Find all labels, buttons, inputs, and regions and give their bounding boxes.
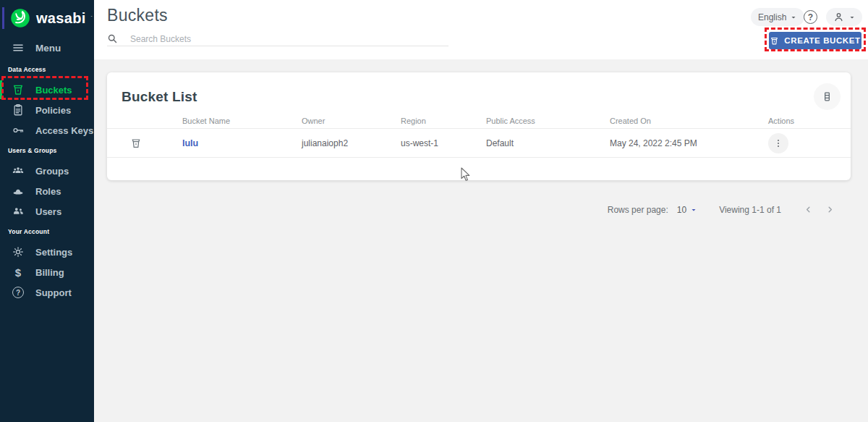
- create-bucket-button[interactable]: CREATE BUCKET: [769, 32, 861, 49]
- logo-caret-bar: [2, 7, 4, 29]
- next-page-button[interactable]: [822, 202, 838, 218]
- sidebar-item-label: Groups: [35, 166, 69, 177]
- bucket-list-card: Bucket List Bucket Name Owner Region Pub…: [107, 72, 851, 180]
- sidebar-item-label: Settings: [35, 247, 72, 258]
- column-header-created-on: Created On: [610, 117, 768, 125]
- sidebar-item-roles[interactable]: Roles: [0, 181, 94, 201]
- bucket-row-icon: [130, 138, 182, 149]
- table-footer: Rows per page: 10 Viewing 1-1 of 1: [107, 198, 851, 221]
- column-header-owner: Owner: [302, 117, 401, 125]
- sidebar-item-buckets[interactable]: Buckets: [0, 80, 94, 100]
- chevron-down-icon: [848, 14, 856, 21]
- wasabi-leaf-icon: [9, 7, 31, 29]
- wasabi-logo[interactable]: wasabi ´: [0, 0, 94, 36]
- sidebar-item-label: Access Keys: [35, 125, 93, 136]
- help-icon: ?: [804, 10, 817, 24]
- cell-public-access: Default: [486, 138, 610, 148]
- viewing-label: Viewing 1-1 of 1: [719, 205, 781, 215]
- card-title: Bucket List: [122, 89, 197, 105]
- users-icon: [12, 205, 25, 218]
- rows-per-page-value: 10: [677, 205, 686, 215]
- chevron-down-icon: [690, 206, 697, 214]
- search-field: [107, 32, 448, 46]
- sidebar-item-label: Billing: [35, 267, 64, 278]
- sidebar: wasabi ´ Menu Data Access Buckets Polici…: [0, 0, 94, 422]
- column-header-actions: Actions: [768, 117, 851, 125]
- cell-created-on: May 24, 2022 2:45 PM: [610, 138, 768, 148]
- brand-name: wasabi: [36, 10, 86, 27]
- brand-trademark: ´: [91, 14, 93, 22]
- sidebar-section-users-groups: Users & Groups: [0, 140, 94, 161]
- rows-per-page-label: Rows per page:: [608, 205, 668, 215]
- language-label: English: [758, 12, 786, 22]
- sidebar-item-label: Policies: [35, 105, 71, 116]
- menu-toggle[interactable]: Menu: [0, 36, 94, 59]
- chevron-left-icon: [804, 205, 813, 214]
- kebab-icon: [773, 138, 783, 148]
- table-row: lulu julianaioph2 us-west-1 Default May …: [107, 129, 851, 158]
- content-area: Bucket List Bucket Name Owner Region Pub…: [94, 59, 868, 422]
- language-selector[interactable]: English: [751, 8, 804, 26]
- sidebar-item-label: Users: [35, 206, 61, 217]
- hamburger-icon: [12, 41, 25, 54]
- sidebar-item-access-keys[interactable]: Access Keys: [0, 120, 94, 140]
- chevron-down-icon: [790, 14, 797, 21]
- bucket-name-link[interactable]: lulu: [182, 138, 302, 148]
- cell-region: us-west-1: [401, 138, 486, 148]
- sidebar-item-groups[interactable]: Groups: [0, 161, 94, 181]
- page-title: Buckets: [107, 6, 168, 25]
- roles-hat-icon: [12, 185, 25, 198]
- sidebar-section-your-account: Your Account: [0, 221, 94, 242]
- table-header-row: Bucket Name Owner Region Public Access C…: [107, 113, 851, 129]
- column-header-public-access: Public Access: [486, 117, 610, 125]
- search-icon: [107, 33, 118, 44]
- menu-label: Menu: [35, 43, 61, 54]
- sidebar-item-settings[interactable]: Settings: [0, 242, 94, 262]
- row-actions-button[interactable]: [768, 133, 788, 153]
- sidebar-item-policies[interactable]: Policies: [0, 100, 94, 120]
- policies-icon: [12, 104, 25, 117]
- sidebar-item-billing[interactable]: $ Billing: [0, 262, 94, 282]
- rows-per-page-select[interactable]: 10: [677, 205, 697, 215]
- sidebar-item-users[interactable]: Users: [0, 201, 94, 221]
- bucket-icon: [12, 83, 25, 96]
- sidebar-section-data-access: Data Access: [0, 59, 94, 80]
- account-menu[interactable]: [826, 8, 862, 26]
- bucket-icon: [770, 36, 779, 46]
- cell-owner: julianaioph2: [302, 138, 401, 148]
- sidebar-item-label: Roles: [35, 186, 61, 197]
- groups-icon: [12, 164, 25, 177]
- gear-icon: [12, 245, 25, 258]
- sidebar-item-support[interactable]: ? Support: [0, 282, 94, 303]
- sidebar-item-label: Buckets: [35, 85, 72, 96]
- bucket-table: Bucket Name Owner Region Public Access C…: [107, 113, 851, 158]
- question-circle-icon: ?: [12, 286, 25, 299]
- create-bucket-label: CREATE BUCKET: [784, 36, 860, 45]
- search-input[interactable]: [130, 34, 448, 44]
- prev-page-button[interactable]: [800, 202, 816, 218]
- column-settings-button[interactable]: [814, 83, 841, 110]
- help-button[interactable]: ?: [803, 9, 818, 25]
- key-icon: [12, 124, 25, 137]
- chevron-right-icon: [825, 205, 835, 214]
- top-header: Buckets English ?: [94, 0, 868, 59]
- table-columns-icon: [821, 90, 833, 103]
- column-header-region: Region: [401, 117, 486, 125]
- sidebar-item-label: Support: [35, 287, 72, 298]
- dollar-icon: $: [12, 266, 25, 279]
- user-icon: [833, 11, 845, 23]
- column-header-bucket-name: Bucket Name: [182, 117, 302, 125]
